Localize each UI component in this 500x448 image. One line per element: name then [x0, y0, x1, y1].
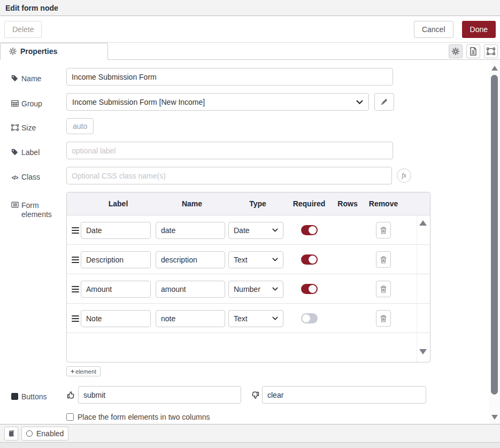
- remove-element-button[interactable]: [376, 310, 391, 327]
- add-element-button[interactable]: + element: [66, 366, 101, 376]
- chevron-down-icon: [356, 100, 363, 104]
- element-type-select[interactable]: Text: [228, 251, 283, 268]
- thumbs-down-icon: [250, 391, 260, 399]
- workspace-background: [0, 443, 500, 448]
- form-elements-row: Form elements Label Name Type Required R…: [11, 192, 489, 376]
- table-scroll-down-icon[interactable]: [419, 349, 427, 354]
- clear-button-input[interactable]: [262, 386, 426, 404]
- chevron-down-icon: [272, 316, 278, 320]
- cancel-button[interactable]: Cancel: [414, 21, 453, 38]
- table-scroll-up-icon[interactable]: [419, 220, 427, 226]
- group-select-value: Income Submission Form [New Income]: [72, 98, 205, 106]
- drag-handle-icon[interactable]: [72, 286, 79, 292]
- required-toggle[interactable]: [301, 225, 318, 235]
- element-name-input[interactable]: [156, 310, 225, 327]
- trash-icon: [380, 227, 387, 234]
- pencil-icon: [381, 98, 388, 105]
- label-input[interactable]: [66, 142, 393, 159]
- enabled-toggle-button[interactable]: Enabled: [21, 427, 68, 441]
- list-alt-icon: [11, 202, 19, 208]
- plus-icon: +: [71, 368, 74, 375]
- gear-icon: [452, 48, 459, 55]
- dialog-header: Edit form node: [0, 0, 500, 16]
- tag-icon: [11, 75, 19, 82]
- tab-properties[interactable]: Properties: [0, 43, 108, 60]
- scroll-up-icon[interactable]: [491, 66, 498, 71]
- class-row: </> Class fx: [11, 167, 489, 184]
- tab-strip: Properties: [0, 43, 500, 60]
- element-type-select[interactable]: Date: [228, 222, 283, 239]
- submit-button-input[interactable]: [78, 386, 241, 404]
- element-row-date: Date: [67, 215, 430, 245]
- dialog-footer: Enabled: [0, 424, 500, 443]
- book-icon: [8, 430, 15, 437]
- element-name-input[interactable]: [156, 281, 225, 298]
- done-button[interactable]: Done: [462, 21, 496, 38]
- tab-icon-buttons: [449, 44, 498, 58]
- drag-handle-icon[interactable]: [72, 315, 79, 322]
- two-columns-label: Place the form elements in two columns: [78, 413, 210, 421]
- class-input[interactable]: [66, 167, 392, 184]
- label-label: Label: [11, 144, 66, 157]
- properties-gear-button[interactable]: [449, 44, 463, 58]
- element-row-amount: Number: [67, 274, 430, 304]
- remove-element-button[interactable]: [376, 222, 391, 238]
- class-label: </> Class: [11, 169, 66, 182]
- appearance-button[interactable]: [484, 44, 498, 58]
- drag-handle-icon[interactable]: [72, 227, 79, 234]
- edit-group-button[interactable]: [374, 93, 394, 111]
- fx-button[interactable]: fx: [397, 168, 411, 183]
- chevron-down-icon: [272, 258, 278, 261]
- chevron-down-icon: [272, 228, 278, 232]
- dialog-scrollbar: [489, 60, 500, 424]
- col-header-required: Required: [287, 199, 331, 208]
- scroll-down-icon[interactable]: [491, 415, 498, 420]
- elements-table-body: Date: [67, 215, 430, 362]
- enabled-label: Enabled: [36, 429, 64, 438]
- buttons-label: Buttons: [11, 389, 66, 401]
- name-input[interactable]: [66, 68, 393, 86]
- properties-panel: Name Group Income Submission Form [New I…: [0, 60, 489, 424]
- two-columns-checkbox[interactable]: [66, 413, 74, 421]
- col-header-label: Label: [81, 199, 156, 208]
- element-row-description: Text: [67, 245, 430, 274]
- size-auto-button[interactable]: auto: [66, 118, 94, 134]
- element-row-note: Text: [67, 304, 430, 333]
- tab-properties-label: Properties: [20, 47, 57, 56]
- remove-element-button[interactable]: [376, 251, 391, 268]
- element-label-input[interactable]: [81, 281, 151, 298]
- trash-icon: [380, 315, 387, 322]
- description-button[interactable]: [466, 44, 480, 58]
- col-header-rows: Rows: [331, 199, 364, 208]
- scrollbar-thumb[interactable]: [491, 75, 498, 395]
- remove-element-button[interactable]: [376, 281, 391, 297]
- name-label: Name: [11, 71, 66, 83]
- drag-handle-icon[interactable]: [72, 257, 79, 263]
- element-label-input[interactable]: [81, 310, 151, 327]
- node-help-button[interactable]: [4, 427, 18, 441]
- elements-table-header: Label Name Type Required Rows Remove: [67, 192, 430, 215]
- trash-icon: [380, 256, 387, 264]
- object-group-icon: [11, 124, 19, 131]
- group-select[interactable]: Income Submission Form [New Income]: [66, 93, 369, 111]
- document-icon: [470, 47, 477, 56]
- tag-icon: [11, 149, 19, 156]
- element-label-input[interactable]: [81, 251, 151, 268]
- required-toggle[interactable]: [301, 284, 318, 294]
- required-toggle[interactable]: [301, 313, 318, 323]
- element-name-input[interactable]: [156, 251, 225, 268]
- group-row: Group Income Submission Form [New Income…: [11, 93, 489, 111]
- code-icon: </>: [11, 173, 19, 182]
- element-label-input[interactable]: [81, 222, 151, 239]
- delete-button[interactable]: Delete: [4, 21, 42, 38]
- required-toggle[interactable]: [301, 254, 318, 265]
- object-group-icon: [487, 48, 495, 55]
- form-elements-editor: Label Name Type Required Rows Remove: [66, 192, 430, 376]
- square-icon: [11, 393, 19, 400]
- dialog-toolbar: Delete Cancel Done: [0, 16, 500, 43]
- element-name-input[interactable]: [156, 222, 225, 239]
- buttons-row: Buttons: [11, 386, 489, 404]
- form-elements-label: Form elements: [11, 192, 66, 219]
- element-type-select[interactable]: Text: [228, 310, 283, 327]
- element-type-select[interactable]: Number: [228, 281, 283, 298]
